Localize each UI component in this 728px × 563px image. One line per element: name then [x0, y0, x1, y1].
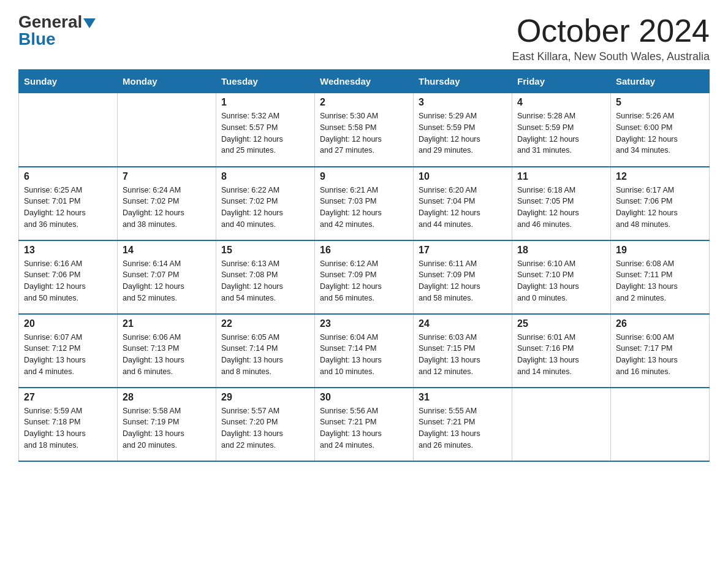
calendar-header-tuesday: Tuesday [216, 70, 315, 93]
day-info: Sunrise: 6:21 AM Sunset: 7:03 PM Dayligh… [320, 185, 408, 231]
calendar-cell: 22Sunrise: 6:05 AM Sunset: 7:14 PM Dayli… [216, 314, 315, 388]
day-number: 20 [24, 318, 112, 329]
day-number: 1 [221, 97, 309, 108]
month-title: October 2024 [512, 12, 710, 49]
day-number: 25 [517, 318, 605, 329]
day-number: 28 [123, 392, 211, 403]
calendar-cell: 18Sunrise: 6:10 AM Sunset: 7:10 PM Dayli… [512, 240, 611, 314]
day-number: 11 [517, 171, 605, 182]
calendar-cell: 8Sunrise: 6:22 AM Sunset: 7:02 PM Daylig… [216, 167, 315, 240]
day-number: 8 [221, 171, 309, 182]
day-info: Sunrise: 6:18 AM Sunset: 7:05 PM Dayligh… [517, 185, 605, 231]
day-number: 21 [123, 318, 211, 329]
calendar-cell: 4Sunrise: 5:28 AM Sunset: 5:59 PM Daylig… [512, 93, 611, 167]
day-number: 23 [320, 318, 408, 329]
day-info: Sunrise: 6:12 AM Sunset: 7:09 PM Dayligh… [320, 258, 408, 304]
day-number: 7 [123, 171, 211, 182]
day-info: Sunrise: 6:11 AM Sunset: 7:09 PM Dayligh… [419, 258, 507, 304]
calendar-cell: 21Sunrise: 6:06 AM Sunset: 7:13 PM Dayli… [118, 314, 216, 388]
day-info: Sunrise: 6:16 AM Sunset: 7:06 PM Dayligh… [24, 258, 112, 304]
day-number: 9 [320, 171, 408, 182]
calendar-cell: 6Sunrise: 6:25 AM Sunset: 7:01 PM Daylig… [19, 167, 118, 240]
calendar-cell: 1Sunrise: 5:32 AM Sunset: 5:57 PM Daylig… [216, 93, 315, 167]
calendar-week-row: 6Sunrise: 6:25 AM Sunset: 7:01 PM Daylig… [19, 167, 710, 240]
logo-blue: Blue [18, 29, 56, 49]
calendar-cell: 26Sunrise: 6:00 AM Sunset: 7:17 PM Dayli… [611, 314, 710, 388]
day-info: Sunrise: 6:05 AM Sunset: 7:14 PM Dayligh… [221, 332, 309, 378]
calendar-week-row: 1Sunrise: 5:32 AM Sunset: 5:57 PM Daylig… [19, 93, 710, 167]
day-number: 4 [517, 97, 605, 108]
calendar-cell: 13Sunrise: 6:16 AM Sunset: 7:06 PM Dayli… [19, 240, 118, 314]
day-info: Sunrise: 5:29 AM Sunset: 5:59 PM Dayligh… [419, 110, 507, 156]
day-info: Sunrise: 5:58 AM Sunset: 7:19 PM Dayligh… [123, 405, 211, 451]
day-number: 17 [419, 245, 507, 256]
day-number: 18 [517, 245, 605, 256]
calendar-cell: 27Sunrise: 5:59 AM Sunset: 7:18 PM Dayli… [19, 388, 118, 461]
day-info: Sunrise: 6:22 AM Sunset: 7:02 PM Dayligh… [221, 185, 309, 231]
day-number: 16 [320, 245, 408, 256]
day-info: Sunrise: 6:08 AM Sunset: 7:11 PM Dayligh… [616, 258, 704, 304]
calendar-table: SundayMondayTuesdayWednesdayThursdayFrid… [18, 69, 710, 462]
calendar-week-row: 13Sunrise: 6:16 AM Sunset: 7:06 PM Dayli… [19, 240, 710, 314]
calendar-header-wednesday: Wednesday [315, 70, 414, 93]
day-info: Sunrise: 6:03 AM Sunset: 7:15 PM Dayligh… [419, 332, 507, 378]
day-info: Sunrise: 5:55 AM Sunset: 7:21 PM Dayligh… [419, 405, 507, 451]
day-info: Sunrise: 6:20 AM Sunset: 7:04 PM Dayligh… [419, 185, 507, 231]
day-number: 10 [419, 171, 507, 182]
calendar-cell: 19Sunrise: 6:08 AM Sunset: 7:11 PM Dayli… [611, 240, 710, 314]
day-info: Sunrise: 5:26 AM Sunset: 6:00 PM Dayligh… [616, 110, 704, 156]
calendar-cell: 11Sunrise: 6:18 AM Sunset: 7:05 PM Dayli… [512, 167, 611, 240]
calendar-cell: 15Sunrise: 6:13 AM Sunset: 7:08 PM Dayli… [216, 240, 315, 314]
day-info: Sunrise: 6:25 AM Sunset: 7:01 PM Dayligh… [24, 185, 112, 231]
calendar-week-row: 20Sunrise: 6:07 AM Sunset: 7:12 PM Dayli… [19, 314, 710, 388]
calendar-cell: 3Sunrise: 5:29 AM Sunset: 5:59 PM Daylig… [414, 93, 512, 167]
day-number: 30 [320, 392, 408, 403]
calendar-cell: 31Sunrise: 5:55 AM Sunset: 7:21 PM Dayli… [414, 388, 512, 461]
calendar-cell: 12Sunrise: 6:17 AM Sunset: 7:06 PM Dayli… [611, 167, 710, 240]
day-info: Sunrise: 5:32 AM Sunset: 5:57 PM Dayligh… [221, 110, 309, 156]
calendar-cell [611, 388, 710, 461]
calendar-cell: 28Sunrise: 5:58 AM Sunset: 7:19 PM Dayli… [118, 388, 216, 461]
calendar-cell: 17Sunrise: 6:11 AM Sunset: 7:09 PM Dayli… [414, 240, 512, 314]
calendar-header-saturday: Saturday [611, 70, 710, 93]
calendar-cell [512, 388, 611, 461]
day-info: Sunrise: 6:00 AM Sunset: 7:17 PM Dayligh… [616, 332, 704, 378]
calendar-cell: 25Sunrise: 6:01 AM Sunset: 7:16 PM Dayli… [512, 314, 611, 388]
calendar-cell: 30Sunrise: 5:56 AM Sunset: 7:21 PM Dayli… [315, 388, 414, 461]
day-number: 27 [24, 392, 112, 403]
calendar-cell: 14Sunrise: 6:14 AM Sunset: 7:07 PM Dayli… [118, 240, 216, 314]
day-info: Sunrise: 6:04 AM Sunset: 7:14 PM Dayligh… [320, 332, 408, 378]
calendar-header-sunday: Sunday [19, 70, 118, 93]
day-info: Sunrise: 6:06 AM Sunset: 7:13 PM Dayligh… [123, 332, 211, 378]
calendar-header-friday: Friday [512, 70, 611, 93]
day-info: Sunrise: 5:30 AM Sunset: 5:58 PM Dayligh… [320, 110, 408, 156]
day-info: Sunrise: 6:07 AM Sunset: 7:12 PM Dayligh… [24, 332, 112, 378]
day-number: 22 [221, 318, 309, 329]
day-number: 5 [616, 97, 704, 108]
day-number: 19 [616, 245, 704, 256]
day-info: Sunrise: 6:24 AM Sunset: 7:02 PM Dayligh… [123, 185, 211, 231]
day-number: 13 [24, 245, 112, 256]
page-header: General Blue October 2024 East Killara, … [18, 12, 710, 63]
day-info: Sunrise: 6:10 AM Sunset: 7:10 PM Dayligh… [517, 258, 605, 304]
day-number: 12 [616, 171, 704, 182]
day-number: 3 [419, 97, 507, 108]
calendar-cell: 5Sunrise: 5:26 AM Sunset: 6:00 PM Daylig… [611, 93, 710, 167]
logo-triangle-icon [83, 18, 96, 28]
day-number: 24 [419, 318, 507, 329]
day-info: Sunrise: 6:13 AM Sunset: 7:08 PM Dayligh… [221, 258, 309, 304]
title-section: October 2024 East Killara, New South Wal… [512, 12, 710, 63]
calendar-week-row: 27Sunrise: 5:59 AM Sunset: 7:18 PM Dayli… [19, 388, 710, 461]
calendar-cell: 9Sunrise: 6:21 AM Sunset: 7:03 PM Daylig… [315, 167, 414, 240]
day-number: 29 [221, 392, 309, 403]
calendar-header-monday: Monday [118, 70, 216, 93]
day-info: Sunrise: 5:28 AM Sunset: 5:59 PM Dayligh… [517, 110, 605, 156]
calendar-cell: 7Sunrise: 6:24 AM Sunset: 7:02 PM Daylig… [118, 167, 216, 240]
calendar-cell: 16Sunrise: 6:12 AM Sunset: 7:09 PM Dayli… [315, 240, 414, 314]
calendar-cell: 2Sunrise: 5:30 AM Sunset: 5:58 PM Daylig… [315, 93, 414, 167]
day-info: Sunrise: 6:17 AM Sunset: 7:06 PM Dayligh… [616, 185, 704, 231]
calendar-cell [19, 93, 118, 167]
day-number: 31 [419, 392, 507, 403]
calendar-cell: 24Sunrise: 6:03 AM Sunset: 7:15 PM Dayli… [414, 314, 512, 388]
calendar-cell [118, 93, 216, 167]
